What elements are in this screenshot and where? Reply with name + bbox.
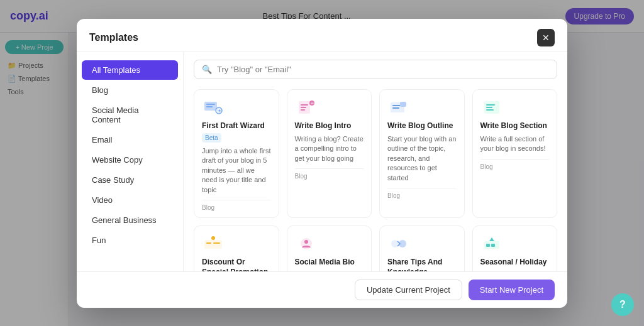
- svg-rect-14: [400, 102, 406, 107]
- card-title-2: Write Blog Outline: [387, 121, 457, 131]
- card-desc-3: Write a full section of your blog in sec…: [480, 134, 550, 154]
- search-bar: 🔍: [184, 52, 567, 84]
- modal-body: All TemplatesBlogSocial Media ContentEma…: [77, 52, 567, 271]
- card-title-7: Seasonal / Holiday: [480, 258, 550, 268]
- card-desc-2: Start your blog with an outline of the t…: [387, 134, 457, 183]
- search-input-wrap: 🔍: [194, 60, 557, 79]
- card-category-0: Blog: [202, 200, 271, 211]
- modal-footer: Update Current Project Start New Project: [77, 271, 567, 308]
- nav-item-website-copy[interactable]: Website Copy: [82, 150, 178, 170]
- svg-rect-18: [486, 109, 494, 111]
- start-new-project-button[interactable]: Start New Project: [469, 280, 555, 300]
- template-card-4[interactable]: Discount Or Special PromotionHave someth…: [194, 225, 279, 271]
- svg-rect-2: [206, 106, 213, 107]
- help-button[interactable]: ?: [611, 293, 634, 316]
- search-input[interactable]: [217, 65, 549, 74]
- update-project-button[interactable]: Update Current Project: [355, 280, 462, 300]
- card-icon-0: ✦: [202, 99, 225, 116]
- card-title-4: Discount Or Special Promotion: [202, 258, 271, 271]
- nav-item-general-business[interactable]: General Business: [82, 210, 178, 230]
- template-category-nav: All TemplatesBlogSocial Media ContentEma…: [77, 52, 184, 271]
- svg-rect-19: [204, 240, 222, 249]
- card-category-1: Blog: [295, 168, 364, 180]
- search-icon: 🔍: [202, 65, 212, 74]
- template-card-0[interactable]: ✦First Draft WizardBetaJump into a whole…: [194, 89, 279, 219]
- template-card-6[interactable]: Share Tips And KnowledgeShare a trick or…: [379, 225, 465, 271]
- svg-rect-21: [213, 242, 220, 244]
- modal-header: Templates ✕: [77, 19, 567, 52]
- card-category-2: Blog: [387, 188, 457, 199]
- svg-rect-8: [301, 109, 305, 111]
- svg-rect-29: [486, 244, 490, 247]
- svg-rect-13: [392, 107, 399, 109]
- template-content-area: 🔍 ✦First Draft WizardBetaJump into a who…: [184, 52, 567, 271]
- svg-text:✏: ✏: [311, 101, 314, 106]
- card-title-3: Write Blog Section: [480, 121, 550, 131]
- card-icon-1: ✏: [295, 99, 318, 116]
- nav-item-fun[interactable]: Fun: [82, 231, 178, 250]
- modal-title: Templates: [89, 32, 138, 43]
- nav-item-case-study[interactable]: Case Study: [82, 170, 178, 190]
- card-icon-6: [387, 235, 410, 253]
- svg-rect-17: [486, 107, 492, 108]
- templates-modal: Templates ✕ All TemplatesBlogSocial Medi…: [77, 19, 567, 308]
- template-card-3[interactable]: Write Blog SectionWrite a full section o…: [472, 89, 558, 219]
- nav-item-social-media-content[interactable]: Social Media Content: [82, 101, 178, 129]
- card-icon-3: [480, 99, 503, 116]
- modal-close-button[interactable]: ✕: [537, 29, 555, 46]
- card-icon-7: [480, 235, 503, 253]
- card-title-0: First Draft WizardBeta: [202, 121, 271, 143]
- svg-rect-1: [206, 104, 215, 105]
- card-category-3: Blog: [480, 159, 550, 170]
- svg-rect-7: [301, 107, 306, 108]
- nav-item-all-templates[interactable]: All Templates: [82, 60, 178, 80]
- beta-badge: Beta: [202, 133, 221, 143]
- template-card-2[interactable]: Write Blog OutlineStart your blog with a…: [379, 89, 465, 219]
- svg-rect-20: [206, 242, 211, 244]
- card-icon-5: [295, 235, 318, 253]
- nav-item-blog[interactable]: Blog: [82, 80, 178, 100]
- svg-point-22: [211, 236, 215, 240]
- card-title-6: Share Tips And Knowledge: [387, 258, 457, 271]
- svg-text:✦: ✦: [218, 109, 221, 113]
- card-title-1: Write Blog Intro: [295, 121, 364, 131]
- template-cards-grid: ✦First Draft WizardBetaJump into a whole…: [184, 84, 567, 271]
- card-icon-4: [202, 235, 225, 253]
- nav-item-email[interactable]: Email: [82, 130, 178, 149]
- template-card-5[interactable]: Social Media BioCreate a short bio that …: [287, 225, 372, 271]
- card-desc-1: Writing a blog? Create a compelling intr…: [295, 134, 364, 163]
- template-card-7[interactable]: Seasonal / HolidayStay top of mind! Crea…: [472, 225, 558, 271]
- card-desc-0: Jump into a whole first draft of your bl…: [202, 146, 271, 195]
- svg-marker-28: [489, 237, 494, 241]
- template-card-1[interactable]: ✏Write Blog IntroWriting a blog? Create …: [287, 89, 372, 219]
- svg-rect-30: [491, 244, 495, 247]
- svg-rect-16: [486, 104, 495, 106]
- card-icon-2: [387, 99, 410, 116]
- svg-point-24: [304, 240, 308, 244]
- svg-rect-6: [301, 104, 308, 106]
- nav-item-video[interactable]: Video: [82, 190, 178, 210]
- card-title-5: Social Media Bio: [295, 258, 364, 268]
